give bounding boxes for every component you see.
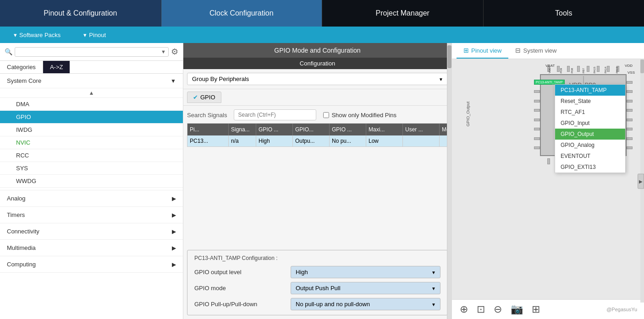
mode-select[interactable]: Output Push Pull Output Open Drain (291, 282, 440, 294)
search-input-wrapper: ▼ (15, 47, 169, 57)
sidebar-item-rcc[interactable]: RCC (0, 149, 183, 162)
gpio-table-header: Pi... Signa... GPIO ... GPIO... GPIO ...… (187, 124, 447, 135)
computing-expand-icon: ▶ (172, 261, 176, 268)
zoom-in-btn[interactable]: ⊕ (459, 303, 469, 316)
system-view-label: System view (523, 47, 556, 54)
fit-view-btn[interactable]: ⊡ (476, 303, 486, 316)
pinout-label: Pinout (89, 32, 106, 38)
search-icon: 🔍 (5, 48, 12, 55)
sidebar-content: System Core ▼ ▲ DMA GPIO IWDG NVIC RCC S… (0, 74, 183, 319)
tab-a-to-z[interactable]: A->Z (43, 61, 70, 73)
sidebar: 🔍 ▼ ⚙ Categories A->Z System Core ▼ ▲ DM… (0, 43, 183, 319)
sidebar-item-dma[interactable]: DMA (0, 98, 183, 111)
pinout-arrow: ▾ (83, 32, 87, 38)
system-core-expand-icon: ▼ (171, 78, 176, 84)
context-menu-item-2[interactable]: RTC_AF1 (555, 107, 625, 118)
pin-settings-btn[interactable]: ⊞ (531, 303, 541, 316)
vbat-label: VBAT (545, 64, 555, 68)
sidebar-item-gpio[interactable]: GPIO (0, 111, 183, 124)
right-edge-expand-btn[interactable]: ▶ (638, 173, 644, 189)
show-modified-checkbox-wrapper[interactable]: Show only Modified Pins (323, 112, 396, 119)
tab-pinout-view[interactable]: ⊞ Pinout view (457, 43, 508, 59)
chip-pins-right (627, 74, 635, 156)
table-cell-signal: n/a (229, 135, 256, 146)
group-by-toolbar: Group By Peripherals ▼ (183, 69, 451, 89)
context-menu-item-0[interactable]: PC13-ANTI_TAMP (555, 85, 625, 96)
system-core-collapse-btn[interactable]: ▲ (0, 88, 183, 98)
sidebar-item-iwdg[interactable]: IWDG (0, 124, 183, 136)
pull-select[interactable]: No pull-up and no pull-down Pull-up Pull… (291, 298, 440, 310)
table-header-pin[interactable]: Pi... (187, 124, 229, 135)
search-signals-input[interactable] (234, 109, 316, 120)
tab-categories[interactable]: Categories (0, 61, 43, 73)
connectivity-label: Connectivity (7, 228, 39, 235)
middle-scrollbar[interactable] (447, 43, 451, 319)
export-btn[interactable]: 📷 (510, 303, 524, 316)
settings-gear-icon[interactable]: ⚙ (171, 47, 178, 57)
show-modified-checkbox[interactable] (323, 112, 329, 118)
search-dropdown-arrow[interactable]: ▼ (161, 49, 166, 54)
right-panel-tabs: ⊞ Pinout view ⊟ System view (452, 43, 644, 59)
software-packs-arrow: ▾ (14, 32, 17, 38)
gpio-output-rotated-label: GPIO_Output (466, 102, 470, 127)
table-cell-user-label (403, 135, 440, 146)
table-header-gpio2[interactable]: GPIO... (293, 124, 330, 135)
nav-tab-clock-config[interactable]: Clock Configuration (161, 0, 323, 27)
table-header-gpio1[interactable]: GPIO ... (256, 124, 293, 135)
config-label-bar: Configuration (183, 58, 451, 69)
middle-scrollbar-thumb[interactable] (447, 45, 451, 68)
nav-tab-project-manager[interactable]: Project Manager (322, 0, 484, 27)
sidebar-category-computing[interactable]: Computing ▶ (0, 256, 183, 273)
sidebar-category-system-core[interactable]: System Core ▼ (0, 74, 183, 88)
nav-tab-pinout-config[interactable]: Pinout & Configuration (0, 0, 161, 27)
output-level-select[interactable]: High Low (291, 266, 440, 278)
chip-pins-left (532, 74, 540, 156)
context-menu-item-6[interactable]: EVENTOUT (555, 151, 625, 162)
multimedia-label: Multimedia (7, 244, 36, 251)
context-menu-item-1[interactable]: Reset_State (555, 96, 625, 107)
context-menu-item-gpio-output[interactable]: GPIO_Output (555, 129, 625, 140)
sidebar-item-sys[interactable]: SYS (0, 162, 183, 175)
group-by-select[interactable]: Group By Peripherals (187, 73, 448, 85)
table-header-signal[interactable]: Signa... (229, 124, 256, 135)
right-panel: ⊞ Pinout view ⊟ System view GPIO_Output (451, 43, 644, 319)
pull-label: GPIO Pull-up/Pull-down (194, 301, 291, 308)
table-header-gpio3[interactable]: GPIO ... (330, 124, 366, 135)
zoom-out-btn[interactable]: ⊖ (493, 303, 503, 316)
table-row[interactable]: PC13... n/a High Outpu... No pu... Low (187, 135, 447, 146)
analog-expand-icon: ▶ (172, 195, 176, 202)
timers-label: Timers (7, 211, 25, 218)
table-header-user[interactable]: User ... (403, 124, 440, 135)
table-cell-speed: Low (366, 135, 403, 146)
collapse-up-icon: ▲ (89, 90, 94, 96)
sidebar-item-wwdg[interactable]: WWDG (0, 175, 183, 188)
sidebar-category-timers[interactable]: Timers ▶ (0, 207, 183, 223)
multimedia-expand-icon: ▶ (172, 245, 176, 251)
gpio-panel-title: GPIO Mode and Configuration (183, 43, 451, 58)
search-signals-label: Search Signals (187, 112, 227, 119)
table-cell-mode: Outpu... (293, 135, 330, 146)
search-input[interactable] (17, 49, 161, 55)
gpio-tab[interactable]: ✔ GPIO (187, 92, 221, 103)
sidebar-category-multimedia[interactable]: Multimedia ▶ (0, 240, 183, 256)
second-nav-software-packs[interactable]: ▾ Software Packs (14, 32, 61, 38)
watermark: @PegasusYu (606, 307, 637, 312)
output-level-label: GPIO output level (194, 269, 291, 276)
sidebar-category-analog[interactable]: Analog ▶ (0, 190, 183, 207)
context-menu-item-5[interactable]: GPIO_Analog (555, 140, 625, 151)
top-nav: Pinout & Configuration Clock Configurati… (0, 0, 644, 27)
gpio-tab-label: GPIO (200, 94, 215, 101)
second-nav-pinout[interactable]: ▾ Pinout (83, 32, 106, 38)
sidebar-item-nvic[interactable]: NVIC (0, 136, 183, 149)
analog-label: Analog (7, 195, 25, 202)
tab-system-view[interactable]: ⊟ System view (508, 43, 563, 59)
right-panel-scrollbar-thumb[interactable] (640, 59, 644, 73)
sidebar-category-connectivity[interactable]: Connectivity ▶ (0, 223, 183, 240)
pinout-view-label: Pinout view (471, 47, 501, 54)
nav-tab-tools[interactable]: Tools (484, 0, 644, 27)
context-menu-item-7[interactable]: GPIO_EXTI13 (555, 162, 625, 173)
pinout-view-icon: ⊞ (463, 47, 469, 54)
context-menu-item-3[interactable]: GPIO_Input (555, 118, 625, 129)
table-header-maxi[interactable]: Maxi... (366, 124, 403, 135)
sidebar-tabs: Categories A->Z (0, 61, 183, 74)
